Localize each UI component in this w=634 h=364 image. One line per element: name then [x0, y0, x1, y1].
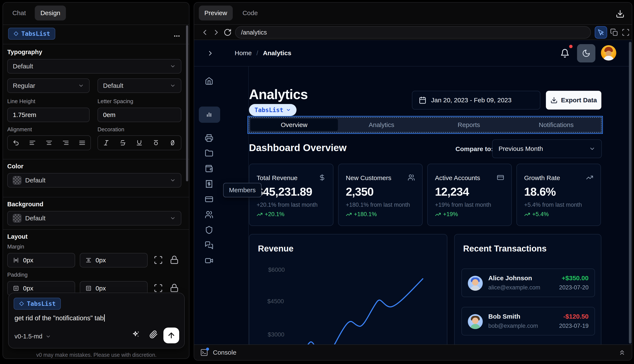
credit-card-icon[interactable]	[205, 195, 213, 204]
tab-chat[interactable]: Chat	[7, 6, 31, 20]
printer-icon[interactable]	[205, 134, 213, 142]
badge-label: TabsList	[254, 106, 283, 114]
margin-expand-icon[interactable]	[154, 255, 163, 265]
diamond-icon	[19, 301, 24, 306]
dark-mode-toggle[interactable]	[577, 44, 595, 62]
copy-page-icon[interactable]	[610, 28, 618, 36]
prompt-input[interactable]: get rid of the "notifications" tab	[15, 314, 105, 322]
stat-card-new-customers: New Customers 2,350 +180.1% from last mo…	[338, 164, 423, 226]
bell-icon[interactable]	[560, 48, 570, 58]
selected-component-badge[interactable]: TabsList	[249, 104, 296, 116]
paperclip-icon[interactable]	[149, 330, 158, 339]
more-options-icon[interactable]	[173, 32, 180, 40]
app-scrollbar[interactable]	[629, 42, 631, 344]
background-value: Default	[25, 214, 46, 222]
tab-overview[interactable]: Overview	[250, 119, 338, 131]
wallet-icon[interactable]	[205, 164, 213, 173]
overline-icon[interactable]	[153, 140, 159, 146]
folder-icon[interactable]	[205, 149, 213, 158]
underline-icon[interactable]	[136, 140, 143, 146]
stat-trend: +20.1%	[257, 211, 284, 218]
terminal-icon	[200, 348, 208, 356]
export-data-button[interactable]: Export Data	[546, 91, 601, 110]
margin-x-input[interactable]: 0px	[7, 253, 75, 268]
chevrons-up-icon[interactable]	[618, 349, 626, 356]
letter-spacing-input[interactable]: 0em	[98, 108, 181, 122]
line-height-input[interactable]: 1.75rem	[7, 108, 90, 122]
model-selector[interactable]: v0-1.5-md	[15, 333, 51, 340]
home-icon[interactable]	[205, 76, 213, 85]
back-icon[interactable]	[200, 28, 209, 37]
users-icon[interactable]	[205, 210, 213, 219]
align-justify-icon[interactable]	[79, 140, 86, 146]
stat-trend: +180.1%	[346, 211, 377, 218]
console-bar[interactable]: Console	[194, 344, 632, 360]
align-left-icon[interactable]	[29, 140, 36, 146]
font-weight-select[interactable]: Regular	[7, 78, 90, 93]
analytics-chart-icon[interactable]	[205, 110, 213, 119]
padding-expand-icon[interactable]	[154, 284, 163, 293]
trending-up-icon	[435, 212, 441, 218]
font-select-value: Default	[13, 63, 33, 70]
background-section-label: Background	[7, 201, 43, 208]
date-range-button[interactable]: Jan 20, 2023 - Feb 09, 2023	[412, 91, 540, 110]
refresh-icon[interactable]	[224, 28, 232, 36]
color-select[interactable]: Default	[7, 173, 181, 188]
sidebar-toggle-icon[interactable]	[206, 50, 214, 57]
forward-icon[interactable]	[212, 28, 221, 37]
composer-context-chip[interactable]: TabsList	[14, 298, 61, 310]
avatar[interactable]	[601, 45, 616, 60]
prompt-composer[interactable]: TabsList get rid of the "notifications" …	[8, 292, 185, 348]
sparkles-icon[interactable]	[132, 330, 140, 339]
chevron-down-icon	[46, 334, 51, 339]
video-icon[interactable]	[205, 256, 213, 265]
app-sidebar-rail	[194, 66, 249, 345]
tab-preview[interactable]: Preview	[199, 6, 233, 20]
transaction-row[interactable]: Bob Smith bob@example.com -$120.50 2023-…	[461, 307, 595, 336]
margin-y-input[interactable]: 0px	[80, 253, 148, 268]
margin-lock-icon[interactable]	[170, 255, 180, 265]
tab-analytics[interactable]: Analytics	[338, 119, 425, 131]
send-button[interactable]	[163, 328, 179, 343]
stat-subtext: +5.4% from last month	[524, 202, 582, 208]
strikethrough-icon[interactable]	[119, 140, 126, 146]
download-icon[interactable]	[616, 10, 624, 18]
compare-select[interactable]: Previous Month	[492, 140, 602, 158]
avatar	[468, 314, 483, 329]
url-bar[interactable]: /analytics	[235, 26, 591, 38]
users-icon	[408, 174, 415, 181]
font-size-select[interactable]: Default	[98, 78, 181, 93]
calendar-icon	[419, 96, 426, 104]
messages-icon[interactable]	[205, 241, 213, 250]
panel-scrollbar[interactable]	[186, 25, 188, 181]
receipt-icon[interactable]	[205, 180, 213, 188]
transaction-row[interactable]: Alice Johnson alice@example.com +$350.00…	[461, 268, 595, 297]
shield-icon[interactable]	[205, 226, 213, 234]
tab-design[interactable]: Design	[35, 6, 66, 20]
url-text: /analytics	[241, 29, 267, 36]
padding-lock-icon[interactable]	[170, 284, 180, 293]
align-center-icon[interactable]	[46, 140, 53, 146]
design-mode-pointer-icon[interactable]	[595, 26, 607, 38]
revenue-chart-card: Revenue $6000 $4500 $3000	[249, 234, 447, 345]
breadcrumb-home[interactable]: Home	[235, 50, 252, 57]
italic-icon[interactable]	[103, 140, 110, 146]
stat-value: 18.6%	[524, 185, 556, 198]
stat-subtext: +19% from last month	[435, 202, 491, 208]
fullscreen-icon[interactable]	[622, 28, 630, 36]
moon-icon	[582, 49, 590, 58]
tab-notifications[interactable]: Notifications	[513, 119, 600, 131]
background-select[interactable]: Default	[7, 211, 181, 226]
tab-code[interactable]: Code	[237, 6, 263, 20]
tab-reports[interactable]: Reports	[425, 119, 513, 131]
chevron-down-icon	[286, 108, 291, 112]
font-select[interactable]: Default	[7, 59, 181, 74]
align-right-icon[interactable]	[62, 140, 69, 146]
breadcrumb: Home / Analytics	[235, 50, 291, 57]
no-decoration-icon[interactable]	[169, 140, 176, 146]
selected-element-badge[interactable]: TabsList	[8, 28, 55, 40]
disclaimer-text: v0 may make mistakes. Please use with di…	[3, 352, 189, 358]
undo-icon[interactable]	[13, 140, 20, 146]
arrow-up-icon	[167, 331, 176, 340]
chevron-down-icon	[170, 215, 176, 221]
